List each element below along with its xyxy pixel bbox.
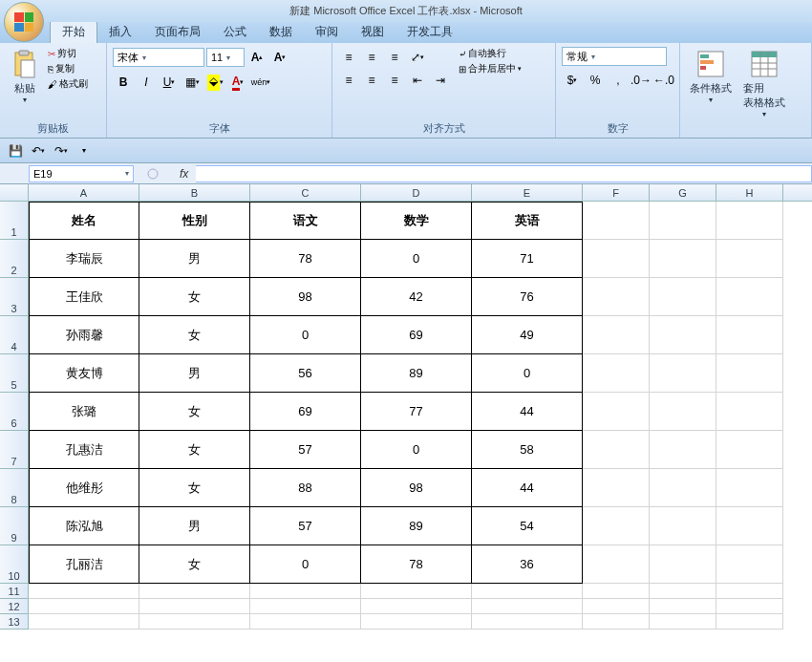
paste-button[interactable]: 粘贴 ▾ [6,47,44,106]
font-size-dropdown[interactable]: 11▾ [206,48,245,67]
cell-D2[interactable]: 0 [361,240,472,278]
cell-E3[interactable]: 76 [472,278,583,316]
cell-H1[interactable] [716,202,783,240]
conditional-format-button[interactable]: 条件格式▾ [686,47,736,106]
cell-F7[interactable] [583,431,650,469]
cell-G1[interactable] [650,202,716,240]
cell-H6[interactable] [716,393,783,431]
cell-G6[interactable] [650,393,716,431]
cell-A1[interactable]: 姓名 [29,202,139,240]
cell-B12[interactable] [139,599,250,614]
cell-B5[interactable]: 男 [139,354,250,393]
cell-E2[interactable]: 71 [472,240,583,278]
align-right-button[interactable]: ≡ [384,70,405,91]
cell-C8[interactable]: 88 [250,469,361,507]
shrink-font-button[interactable]: A▾ [269,47,290,68]
format-painter-button[interactable]: 🖌格式刷 [48,77,88,91]
cell-G9[interactable] [650,507,716,545]
cell-D9[interactable]: 89 [361,507,472,545]
col-head-D[interactable]: D [361,184,472,201]
copy-button[interactable]: ⎘复制 [48,62,88,75]
fx-icon[interactable]: fx [180,167,188,181]
cell-H10[interactable] [716,545,783,584]
cell-F6[interactable] [583,393,650,431]
align-center-button[interactable]: ≡ [361,70,382,91]
italic-button[interactable]: I [136,72,157,93]
cell-B9[interactable]: 男 [139,507,250,545]
cell-F3[interactable] [583,278,650,316]
save-button[interactable]: 💾 [6,141,25,160]
cell-G13[interactable] [650,614,716,630]
cell-C1[interactable]: 语文 [250,202,361,240]
row-head-1[interactable]: 1 [0,202,29,240]
percent-button[interactable]: % [585,70,606,91]
orientation-button[interactable]: ⤢▾ [407,47,428,68]
decrease-decimal-button[interactable]: ←.0 [653,70,674,91]
row-head-13[interactable]: 13 [0,614,29,630]
cell-B2[interactable]: 男 [139,240,250,278]
tab-数据[interactable]: 数据 [258,21,304,43]
cell-A6[interactable]: 张璐 [29,393,139,431]
cell-H7[interactable] [716,431,783,469]
cell-E12[interactable] [472,599,583,614]
cell-B4[interactable]: 女 [139,316,250,354]
cell-C5[interactable]: 56 [250,354,361,393]
cell-A11[interactable] [29,584,139,599]
cell-E6[interactable]: 44 [472,393,583,431]
qat-customize[interactable]: ▾ [75,141,94,160]
cell-C10[interactable]: 0 [250,545,361,584]
row-head-5[interactable]: 5 [0,354,29,393]
cell-B11[interactable] [139,584,250,599]
cell-H8[interactable] [716,469,783,507]
tab-页面布局[interactable]: 页面布局 [143,21,212,43]
cell-E4[interactable]: 49 [472,316,583,354]
undo-button[interactable]: ↶▾ [29,141,48,160]
cell-G7[interactable] [650,431,716,469]
cell-H5[interactable] [716,354,783,393]
cell-F8[interactable] [583,469,650,507]
cell-G4[interactable] [650,316,716,354]
cell-C6[interactable]: 69 [250,393,361,431]
cell-E9[interactable]: 54 [472,507,583,545]
cell-C3[interactable]: 98 [250,278,361,316]
select-all-corner[interactable] [0,184,29,201]
row-head-11[interactable]: 11 [0,584,29,599]
cell-F10[interactable] [583,545,650,584]
merge-center-button[interactable]: ⊞合并后居中▾ [459,62,522,75]
number-format-dropdown[interactable]: 常规▾ [562,47,667,66]
name-box[interactable]: E19▾ [29,165,134,182]
cell-C4[interactable]: 0 [250,316,361,354]
cell-F5[interactable] [583,354,650,393]
cell-B8[interactable]: 女 [139,469,250,507]
cell-G5[interactable] [650,354,716,393]
row-head-8[interactable]: 8 [0,469,29,507]
cell-H2[interactable] [716,240,783,278]
row-head-4[interactable]: 4 [0,316,29,354]
cell-D4[interactable]: 69 [361,316,472,354]
row-head-3[interactable]: 3 [0,278,29,316]
cell-C12[interactable] [250,599,361,614]
cell-F12[interactable] [583,599,650,614]
cell-G8[interactable] [650,469,716,507]
cell-H3[interactable] [716,278,783,316]
indent-decrease-button[interactable]: ⇤ [407,70,428,91]
cell-F4[interactable] [583,316,650,354]
cell-G2[interactable] [650,240,716,278]
tab-审阅[interactable]: 审阅 [304,21,350,43]
cell-D6[interactable]: 77 [361,393,472,431]
cell-E13[interactable] [472,614,583,630]
cell-H12[interactable] [716,599,783,614]
currency-button[interactable]: $▾ [562,70,583,91]
cell-E1[interactable]: 英语 [472,202,583,240]
cut-button[interactable]: ✂剪切 [48,47,88,60]
grow-font-button[interactable]: A▴ [246,47,267,68]
cell-D1[interactable]: 数学 [361,202,472,240]
wrap-text-button[interactable]: ⤶自动换行 [459,47,522,60]
cell-H9[interactable] [716,507,783,545]
cell-H13[interactable] [716,614,783,630]
cell-E5[interactable]: 0 [472,354,583,393]
cell-D7[interactable]: 0 [361,431,472,469]
tab-开始[interactable]: 开始 [50,20,97,43]
cell-C7[interactable]: 57 [250,431,361,469]
cell-G12[interactable] [650,599,716,614]
